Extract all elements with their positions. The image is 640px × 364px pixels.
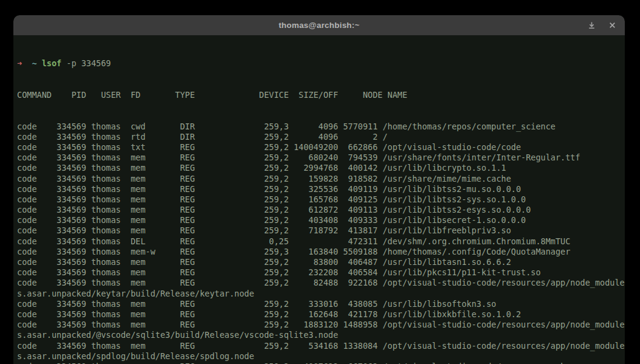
terminal-line: code 334569 thomas mem REG 259,2 165768 … xyxy=(17,194,625,205)
prompt-command: lsof xyxy=(42,58,62,68)
terminal-line: code 334569 thomas mem-w REG 259,3 16384… xyxy=(17,247,625,257)
titlebar[interactable]: thomas@archbish:~ xyxy=(13,15,625,35)
terminal-line: code 334569 thomas mem REG 259,2 159828 … xyxy=(17,174,625,184)
terminal-output[interactable]: ➜ ~ lsof -p 334569 COMMAND PID USER FD T… xyxy=(13,35,625,364)
window-title: thomas@archbish:~ xyxy=(278,21,359,30)
prompt-args: -p 334569 xyxy=(61,58,111,68)
download-arrow-glyph xyxy=(588,21,596,29)
terminal-line: code 334569 thomas mem REG 259,2 232208 … xyxy=(17,267,625,278)
prompt-line: ➜ ~ lsof -p 334569 xyxy=(17,58,625,69)
terminal-line: code 334569 thomas mem REG 259,2 325536 … xyxy=(17,184,625,194)
terminal-line: code 334569 thomas mem REG 259,2 680240 … xyxy=(17,153,625,163)
terminal-line: code 334569 thomas mem REG 259,2 2994768… xyxy=(17,163,625,173)
terminal-window: thomas@archbish:~ ➜ ~ lsof -p 334569 COM… xyxy=(13,15,625,364)
terminal-line: code 334569 thomas mem REG 259,2 4887622… xyxy=(17,362,625,364)
prompt-gap2 xyxy=(37,58,42,68)
terminal-line: code 334569 thomas mem REG 259,2 1883120… xyxy=(17,320,625,330)
terminal-line: code 334569 thomas rtd DIR 259,2 4096 2 … xyxy=(17,132,625,142)
terminal-line: code 334569 thomas mem REG 259,2 83800 4… xyxy=(17,257,625,267)
terminal-line: code 334569 thomas mem REG 259,2 403408 … xyxy=(17,215,625,225)
lsof-header-line: COMMAND PID USER FD TYPE DEVICE SIZE/OFF… xyxy=(17,90,625,100)
terminal-line: code 334569 thomas mem REG 259,2 612872 … xyxy=(17,205,625,215)
prompt-gap xyxy=(22,58,32,68)
terminal-line-wrap: s.asar.unpacked/keytar/build/Release/key… xyxy=(17,289,625,299)
terminal-line-wrap: s.asar.unpacked/@vscode/sqlite3/build/Re… xyxy=(17,330,625,340)
prompt-arrow: ➜ xyxy=(17,58,22,68)
terminal-line-wrap: s.asar.unpacked/spdlog/build/Release/spd… xyxy=(17,351,625,362)
terminal-line: code 334569 thomas cwd DIR 259,3 4096 57… xyxy=(17,122,625,132)
terminal-line: code 334569 thomas mem REG 259,2 534168 … xyxy=(17,341,625,351)
terminal-line: code 334569 thomas DEL REG 0,25 472311 /… xyxy=(17,236,625,247)
terminal-line: code 334569 thomas mem REG 259,2 333016 … xyxy=(17,299,625,309)
terminal-line: code 334569 thomas txt REG 259,2 1400492… xyxy=(17,142,625,153)
lsof-rows: code 334569 thomas cwd DIR 259,3 4096 57… xyxy=(17,122,625,364)
close-icon[interactable] xyxy=(604,15,620,35)
download-icon[interactable] xyxy=(583,15,599,35)
prompt-cwd: ~ xyxy=(32,58,36,68)
terminal-line: code 334569 thomas mem REG 259,2 718792 … xyxy=(17,225,625,236)
terminal-line: code 334569 thomas mem REG 259,2 82488 9… xyxy=(17,278,625,288)
terminal-line: code 334569 thomas mem REG 259,2 162648 … xyxy=(17,309,625,320)
close-x-glyph xyxy=(609,22,616,29)
